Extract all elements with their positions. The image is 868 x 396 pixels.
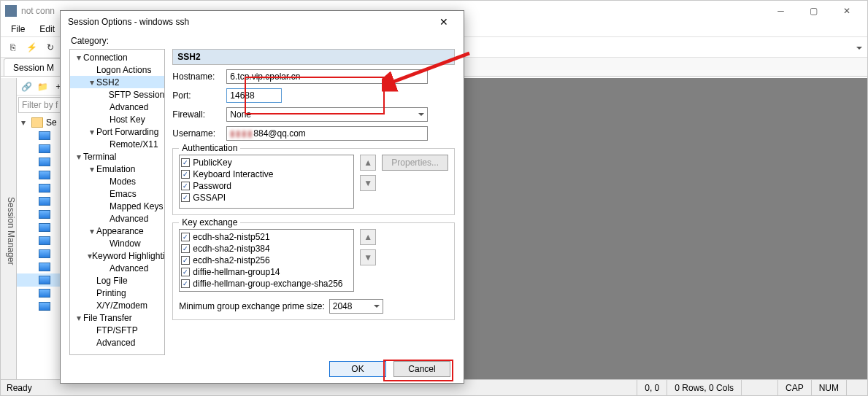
new-folder-icon[interactable]: 📁 bbox=[36, 80, 49, 93]
auth-item[interactable]: ✓GSSAPI bbox=[181, 192, 352, 203]
toolbar-overflow-icon[interactable] bbox=[854, 44, 864, 55]
category-node[interactable]: ▾Connection bbox=[70, 51, 164, 63]
status-num: NUM bbox=[811, 380, 846, 395]
port-label: Port: bbox=[172, 90, 222, 101]
kex-item[interactable]: ✓ecdh-sha2-nistp521 bbox=[181, 231, 352, 243]
monitor-icon bbox=[39, 158, 50, 166]
menu-file[interactable]: File bbox=[5, 23, 31, 36]
authentication-group: Authentication ✓PublicKey✓Keyboard Inter… bbox=[172, 148, 455, 215]
kex-up-button[interactable]: ▲ bbox=[360, 229, 376, 245]
tab-session-manager[interactable]: Session M bbox=[4, 58, 64, 76]
category-node[interactable]: SFTP Session bbox=[70, 88, 164, 101]
category-node[interactable]: ▾Appearance bbox=[70, 225, 164, 237]
kex-item[interactable]: ✓ecdh-sha2-nistp256 bbox=[181, 255, 352, 266]
category-node[interactable]: Mapped Keys bbox=[70, 200, 164, 212]
menu-edit[interactable]: Edit bbox=[34, 23, 61, 36]
session-manager-rail[interactable]: Session Manager bbox=[1, 78, 17, 379]
category-node[interactable]: Advanced bbox=[70, 212, 164, 225]
monitor-icon bbox=[39, 171, 50, 179]
kex-group: Key exchange ✓ecdh-sha2-nistp521✓ecdh-sh… bbox=[172, 222, 455, 320]
auth-item[interactable]: ✓Password bbox=[181, 180, 352, 192]
monitor-icon bbox=[39, 184, 50, 193]
kex-legend: Key exchange bbox=[179, 217, 240, 228]
username-label: Username: bbox=[172, 128, 222, 139]
monitor-icon bbox=[39, 276, 50, 284]
checkbox-icon[interactable]: ✓ bbox=[181, 182, 190, 190]
status-cap: CAP bbox=[777, 380, 811, 395]
maximize-button[interactable]: ▢ bbox=[797, 1, 830, 21]
kex-down-button[interactable]: ▼ bbox=[360, 249, 376, 265]
category-node[interactable]: ▾File Transfer bbox=[70, 311, 164, 324]
tool-quick-icon[interactable]: ⚡ bbox=[24, 40, 39, 55]
auth-list[interactable]: ✓PublicKey✓Keyboard Interactive✓Password… bbox=[179, 155, 354, 209]
tool-reconnect-icon[interactable]: ↻ bbox=[43, 40, 58, 55]
link-icon[interactable]: 🔗 bbox=[20, 80, 33, 93]
monitor-icon bbox=[39, 289, 50, 298]
monitor-icon bbox=[39, 197, 50, 206]
firewall-label: Firewall: bbox=[172, 109, 222, 120]
min-prime-label: Minimum group exchange prime size: bbox=[179, 301, 324, 311]
dialog-close-button[interactable]: ✕ bbox=[431, 13, 456, 31]
auth-item[interactable]: ✓Keyboard Interactive bbox=[181, 168, 352, 180]
kex-list[interactable]: ✓ecdh-sha2-nistp521✓ecdh-sha2-nistp384✓e… bbox=[179, 229, 354, 292]
category-node[interactable]: Host Key bbox=[70, 113, 164, 125]
category-node[interactable]: ▾SSH2 bbox=[70, 76, 164, 88]
category-node[interactable]: ▾Port Forwarding bbox=[70, 125, 164, 138]
auth-legend: Authentication bbox=[179, 143, 240, 153]
cancel-button[interactable]: Cancel bbox=[393, 361, 450, 377]
firewall-combo[interactable]: None bbox=[226, 107, 428, 122]
username-redacted: ▮▮▮▮ bbox=[230, 128, 253, 139]
checkbox-icon[interactable]: ✓ bbox=[181, 256, 190, 265]
category-node[interactable]: ▾Terminal bbox=[70, 150, 164, 163]
monitor-icon bbox=[39, 144, 50, 153]
app-icon bbox=[5, 5, 17, 17]
category-node[interactable]: ▾Keyword Highlighting bbox=[70, 249, 164, 262]
monitor-icon bbox=[39, 223, 50, 232]
close-button[interactable]: ✕ bbox=[830, 1, 863, 21]
category-node[interactable]: Advanced bbox=[70, 336, 164, 349]
category-node[interactable]: Printing bbox=[70, 287, 164, 299]
min-prime-combo[interactable]: 2048 bbox=[329, 299, 383, 314]
status-ready: Ready bbox=[7, 383, 32, 393]
category-node[interactable]: Window bbox=[70, 237, 164, 249]
category-node[interactable]: Advanced bbox=[70, 101, 164, 113]
port-input[interactable] bbox=[226, 88, 282, 103]
checkbox-icon[interactable]: ✓ bbox=[181, 268, 190, 276]
category-node[interactable]: Log File bbox=[70, 274, 164, 287]
monitor-icon bbox=[39, 210, 50, 219]
ok-button[interactable]: OK bbox=[329, 361, 386, 377]
status-rows-cols: 0 Rows, 0 Cols bbox=[667, 380, 741, 395]
tool-connect-icon[interactable]: ⎘ bbox=[5, 40, 20, 55]
checkbox-icon[interactable]: ✓ bbox=[181, 193, 190, 202]
category-node[interactable]: FTP/SFTP bbox=[70, 324, 164, 336]
category-node[interactable]: Remote/X11 bbox=[70, 138, 164, 150]
checkbox-icon[interactable]: ✓ bbox=[181, 170, 190, 179]
auth-item[interactable]: ✓PublicKey bbox=[181, 157, 352, 168]
status-pos: 0, 0 bbox=[637, 380, 667, 395]
category-node[interactable]: ▾Emulation bbox=[70, 163, 164, 175]
checkbox-icon[interactable]: ✓ bbox=[181, 279, 190, 288]
category-node[interactable]: X/Y/Zmodem bbox=[70, 299, 164, 311]
kex-item[interactable]: ✓diffie-hellman-group14 bbox=[181, 266, 352, 278]
main-title: not conn bbox=[21, 6, 55, 16]
category-node[interactable]: Modes bbox=[70, 175, 164, 187]
username-input[interactable]: ▮▮▮▮ 884@qq.com bbox=[226, 126, 428, 141]
auth-down-button[interactable]: ▼ bbox=[360, 175, 376, 191]
category-tree[interactable]: ▾ConnectionLogon Actions▾SSH2SFTP Sessio… bbox=[69, 49, 165, 355]
monitor-icon bbox=[39, 249, 50, 258]
properties-button[interactable]: Properties... bbox=[382, 155, 448, 171]
category-node[interactable]: Advanced bbox=[70, 262, 164, 274]
kex-item[interactable]: ✓diffie-hellman-group-exchange-sha256 bbox=[181, 278, 352, 290]
kex-item[interactable]: ✓ecdh-sha2-nistp384 bbox=[181, 243, 352, 255]
minimize-button[interactable]: ─ bbox=[764, 1, 797, 21]
checkbox-icon[interactable]: ✓ bbox=[181, 244, 190, 253]
dialog-title: Session Options - windows ssh bbox=[68, 17, 189, 27]
checkbox-icon[interactable]: ✓ bbox=[181, 233, 190, 241]
auth-up-button[interactable]: ▲ bbox=[360, 155, 376, 171]
session-options-dialog: Session Options - windows ssh ✕ Category… bbox=[60, 10, 464, 384]
category-node[interactable]: Logon Actions bbox=[70, 63, 164, 76]
checkbox-icon[interactable]: ✓ bbox=[181, 158, 190, 167]
hostname-input[interactable] bbox=[226, 69, 428, 84]
monitor-icon bbox=[39, 302, 50, 311]
category-node[interactable]: Emacs bbox=[70, 187, 164, 200]
